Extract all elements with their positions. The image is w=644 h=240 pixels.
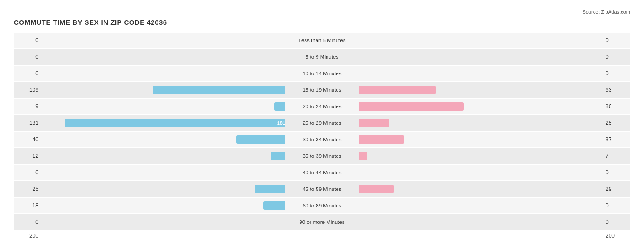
male-value: 12 — [14, 153, 41, 159]
male-value: 109 — [14, 87, 41, 93]
female-value: 0 — [603, 169, 630, 176]
male-bar-container — [41, 151, 285, 161]
chart-row: 12 35 to 39 Minutes 7 — [14, 148, 630, 164]
male-bar-container — [41, 101, 285, 112]
female-value: 25 — [603, 120, 630, 126]
bar-section: 90 or more Minutes — [41, 214, 603, 230]
male-bar-container — [41, 217, 285, 227]
male-bar — [274, 102, 285, 111]
male-bar-container — [41, 85, 285, 95]
row-label: 40 to 44 Minutes — [285, 170, 359, 175]
bar-section: 20 to 24 Minutes — [41, 99, 603, 114]
bar-section: 30 to 34 Minutes — [41, 132, 603, 147]
bar-section: 60 to 89 Minutes — [41, 198, 603, 213]
chart-row: 181 181 25 to 29 Minutes 25 — [14, 115, 630, 131]
female-bar-container — [359, 217, 603, 227]
female-bar-container — [359, 101, 603, 112]
row-label: 30 to 34 Minutes — [285, 137, 359, 142]
female-bar — [359, 119, 389, 127]
male-bar — [255, 185, 285, 193]
chart-row: 40 30 to 34 Minutes 37 — [14, 132, 630, 147]
male-bar-container — [41, 68, 285, 78]
chart-row: 0 90 or more Minutes 0 — [14, 214, 630, 230]
bar-section: 35 to 39 Minutes — [41, 148, 603, 164]
male-bar-container — [41, 167, 285, 178]
male-bar — [153, 86, 285, 94]
female-bar-container — [359, 85, 603, 95]
female-value: 0 — [603, 202, 630, 209]
female-bar-container — [359, 167, 603, 178]
female-bar — [359, 185, 394, 193]
female-bar-container — [359, 52, 603, 62]
chart-row: 9 20 to 24 Minutes 86 — [14, 99, 630, 114]
male-value: 0 — [14, 70, 41, 77]
male-bar-container — [41, 52, 285, 62]
bar-section: Less than 5 Minutes — [41, 33, 603, 48]
row-label: 20 to 24 Minutes — [285, 104, 359, 109]
chart-row: 0 5 to 9 Minutes 0 — [14, 49, 630, 65]
axis-right-label: 200 — [603, 233, 630, 239]
source-label: Source: ZipAtlas.com — [14, 9, 630, 15]
row-label: 5 to 9 Minutes — [285, 54, 359, 60]
row-label: 15 to 19 Minutes — [285, 87, 359, 93]
chart-area: 0 Less than 5 Minutes 0 0 5 to 9 Minutes… — [14, 33, 630, 230]
female-bar — [359, 102, 464, 111]
female-value: 7 — [603, 153, 630, 159]
bar-section: 45 to 59 Minutes — [41, 181, 603, 197]
male-bar — [263, 201, 285, 210]
row-label: 25 to 29 Minutes — [285, 120, 359, 126]
bar-section: 40 to 44 Minutes — [41, 165, 603, 180]
chart-row: 0 Less than 5 Minutes 0 — [14, 33, 630, 48]
row-label: 60 to 89 Minutes — [285, 203, 359, 208]
chart-row: 109 15 to 19 Minutes 63 — [14, 82, 630, 98]
female-value: 0 — [603, 219, 630, 225]
row-label: 45 to 59 Minutes — [285, 186, 359, 192]
male-bar-container — [41, 184, 285, 194]
male-value: 40 — [14, 136, 41, 143]
female-bar-container — [359, 35, 603, 45]
female-bar-container — [359, 201, 603, 211]
female-bar — [359, 135, 404, 144]
row-label: 35 to 39 Minutes — [285, 153, 359, 159]
male-value: 0 — [14, 37, 41, 44]
male-bar-container: 181 — [41, 118, 285, 128]
female-value: 63 — [603, 87, 630, 93]
female-value: 37 — [603, 136, 630, 143]
female-bar — [359, 152, 367, 160]
male-value: 181 — [14, 120, 41, 126]
female-bar-container — [359, 118, 603, 128]
male-bar-container — [41, 35, 285, 45]
bar-section: 10 to 14 Minutes — [41, 66, 603, 81]
male-bar — [271, 152, 285, 160]
row-label: 10 to 14 Minutes — [285, 71, 359, 76]
male-value: 25 — [14, 186, 41, 192]
bar-section: 181 25 to 29 Minutes — [41, 115, 603, 131]
male-value: 9 — [14, 103, 41, 110]
chart-row: 0 40 to 44 Minutes 0 — [14, 165, 630, 180]
female-bar-container — [359, 134, 603, 145]
male-bar: 181 — [65, 119, 285, 127]
male-value: 0 — [14, 219, 41, 225]
chart-row: 0 10 to 14 Minutes 0 — [14, 66, 630, 81]
chart-row: 25 45 to 59 Minutes 29 — [14, 181, 630, 197]
female-value: 0 — [603, 70, 630, 77]
axis-row: 200 200 — [14, 233, 630, 239]
bar-section: 15 to 19 Minutes — [41, 82, 603, 98]
chart-title: COMMUTE TIME BY SEX IN ZIP CODE 42036 — [14, 18, 630, 26]
male-value: 18 — [14, 202, 41, 209]
male-bar — [236, 135, 285, 144]
female-value: 0 — [603, 54, 630, 60]
female-value: 86 — [603, 103, 630, 110]
bar-section: 5 to 9 Minutes — [41, 49, 603, 65]
female-bar-container — [359, 184, 603, 194]
row-label: 90 or more Minutes — [285, 219, 359, 225]
male-bar-container — [41, 134, 285, 145]
female-value: 0 — [603, 37, 630, 44]
male-value: 0 — [14, 54, 41, 60]
row-label: Less than 5 Minutes — [285, 38, 359, 43]
female-bar-container — [359, 68, 603, 78]
female-bar-container — [359, 151, 603, 161]
axis-left-label: 200 — [14, 233, 41, 239]
male-value: 0 — [14, 169, 41, 176]
female-value: 29 — [603, 186, 630, 192]
